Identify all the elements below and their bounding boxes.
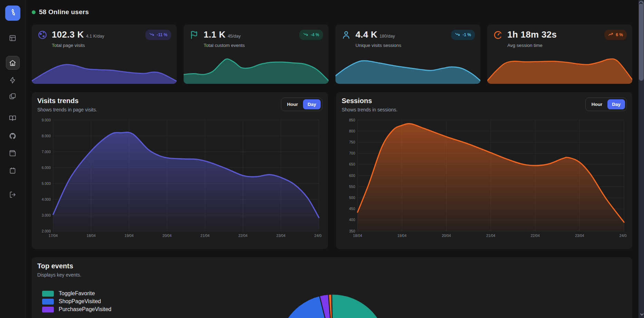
svg-text:24/04: 24/04 — [314, 233, 322, 238]
svg-text:19/04: 19/04 — [398, 233, 407, 238]
scroll-down-icon[interactable] — [638, 312, 644, 317]
day-button[interactable]: Day — [607, 99, 625, 109]
legend-label: ToggleFavorite — [59, 290, 95, 297]
legend-swatch — [42, 299, 54, 305]
svg-text:19/04: 19/04 — [125, 233, 134, 238]
user-icon — [341, 30, 351, 40]
chart-subtitle: Shows trends in sessions. — [342, 107, 398, 112]
copy-icon[interactable] — [9, 92, 17, 100]
stat-label: Total page visits — [52, 43, 171, 48]
home-icon[interactable] — [6, 56, 20, 70]
vertical-scrollbar[interactable] — [638, 0, 644, 318]
svg-text:18/04: 18/04 — [87, 233, 96, 238]
online-status-dot — [32, 10, 36, 14]
svg-text:21/04: 21/04 — [486, 233, 495, 238]
interval-toggle: Hour Day — [585, 98, 627, 111]
hour-button[interactable]: Hour — [283, 99, 303, 109]
trending-up-icon — [608, 32, 613, 38]
zap-icon[interactable] — [9, 76, 17, 84]
svg-text:800: 800 — [349, 129, 355, 133]
charts-row: Visits trends Shows trends in page visit… — [32, 92, 632, 249]
chart-title: Visits trends — [37, 97, 97, 105]
scrollbar-thumb[interactable] — [639, 1, 644, 81]
main-content: 58 Online users 102.3 K4.1 K/day -11 % T… — [26, 0, 632, 318]
flag-icon — [189, 30, 199, 40]
trend-badge: -4 % — [299, 30, 323, 40]
calendar-icon[interactable] — [9, 166, 17, 175]
trend-badge: -11 % — [145, 30, 171, 40]
visits-trends-card: Visits trends Shows trends in page visit… — [32, 92, 328, 249]
online-users-header: 58 Online users — [32, 0, 632, 16]
svg-text:4.000: 4.000 — [42, 197, 51, 201]
svg-text:22/04: 22/04 — [238, 233, 247, 238]
svg-text:21/04: 21/04 — [201, 233, 209, 238]
top-events-card: Top events Displays key events. ToggleFa… — [32, 257, 632, 318]
svg-text:24/04: 24/04 — [619, 233, 627, 238]
legend-swatch — [42, 307, 54, 312]
stat-card-custom-events: 1.1 K45/day -4 % Total custom events — [184, 24, 329, 84]
svg-text:400: 400 — [349, 218, 355, 222]
sessions-chart: 35040045050055060065070075080085018/0419… — [342, 117, 627, 242]
legend-label: PurchasePageVisited — [59, 306, 111, 312]
stat-cards-row: 102.3 K4.1 K/day -11 % Total page visits… — [32, 24, 632, 84]
svg-text:850: 850 — [349, 118, 355, 122]
app-logo[interactable] — [5, 6, 20, 21]
svg-text:23/04: 23/04 — [575, 233, 584, 238]
book-icon[interactable] — [9, 114, 17, 122]
trend-badge: -1 % — [451, 30, 475, 40]
github-icon[interactable] — [9, 132, 17, 140]
stat-card-unique-visits: 4.4 K180/day -1 % Unique visits sessions — [335, 24, 480, 84]
top-events-title: Top events — [37, 262, 627, 270]
stat-label: Avg session time — [507, 43, 627, 48]
svg-text:750: 750 — [349, 140, 355, 144]
trending-down-icon — [455, 32, 460, 38]
interval-toggle: Hour Day — [281, 98, 322, 111]
trending-down-icon — [303, 32, 308, 38]
svg-text:350: 350 — [349, 229, 355, 233]
globe-icon — [37, 30, 48, 40]
visits-trends-chart: 2.0003.0004.0005.0006.0007.0008.0009.000… — [37, 117, 322, 242]
svg-text:20/04: 20/04 — [163, 233, 172, 238]
svg-text:2.000: 2.000 — [42, 229, 51, 233]
svg-text:5.000: 5.000 — [42, 181, 51, 186]
legend-label: ShopPageVisited — [59, 298, 101, 305]
analytics-dashboard: { "brand": {"logo_bg": "#4e78ee"}, "head… — [0, 0, 644, 318]
day-button[interactable]: Day — [303, 99, 321, 109]
top-events-subtitle: Displays key events. — [37, 272, 627, 278]
sidebar — [0, 0, 26, 318]
scroll-up-icon[interactable] — [638, 1, 644, 6]
svg-text:650: 650 — [349, 162, 355, 166]
chart-subtitle: Shows trends in page visits. — [37, 107, 97, 112]
svg-text:550: 550 — [349, 185, 355, 189]
session-time-sparkline — [487, 52, 632, 84]
stat-value: 1h 18m 32s — [507, 29, 557, 40]
svg-text:600: 600 — [349, 173, 355, 178]
timer-icon — [493, 30, 503, 40]
svg-text:7.000: 7.000 — [42, 150, 51, 154]
stat-rate: 4.1 K/day — [86, 34, 104, 39]
logout-icon[interactable] — [9, 190, 17, 199]
stat-label: Unique visits sessions — [355, 43, 475, 48]
stat-value: 1.1 K — [204, 29, 226, 40]
svg-text:6.000: 6.000 — [42, 166, 51, 170]
stat-rate: 45/day — [228, 34, 241, 39]
svg-text:9.000: 9.000 — [42, 118, 51, 122]
svg-text:3.000: 3.000 — [42, 213, 51, 217]
wallet-icon[interactable] — [9, 149, 17, 157]
legend-swatch — [42, 291, 54, 297]
stat-rate: 180/day — [380, 34, 395, 39]
svg-text:20/04: 20/04 — [442, 233, 451, 238]
stat-label: Total custom events — [204, 43, 323, 48]
svg-text:700: 700 — [349, 151, 355, 155]
custom-events-sparkline — [184, 52, 329, 84]
trend-badge: 6 % — [604, 30, 627, 40]
stat-card-session-time: 1h 18m 32s 6 % Avg session time — [487, 24, 632, 84]
svg-text:17/04: 17/04 — [49, 233, 58, 238]
sessions-card: Sessions Shows trends in sessions. Hour … — [336, 92, 632, 249]
panels-icon[interactable] — [9, 34, 17, 42]
hour-button[interactable]: Hour — [587, 99, 607, 109]
svg-text:450: 450 — [349, 207, 355, 211]
stat-value: 4.4 K — [355, 29, 378, 40]
svg-text:8.000: 8.000 — [42, 134, 51, 138]
trending-down-icon — [149, 32, 154, 38]
